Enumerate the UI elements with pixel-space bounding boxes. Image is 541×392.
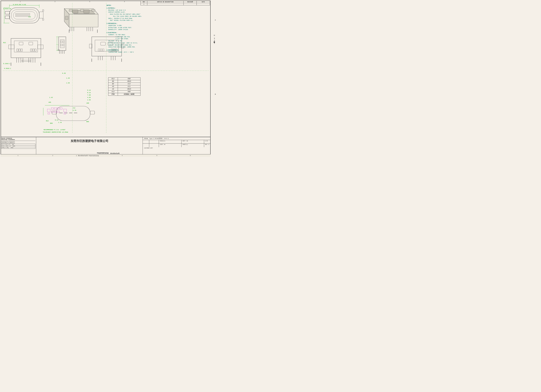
pin-table: B12GND B9VBUS B5CC2 A5CC1 A9VBUS A12GND …	[108, 77, 140, 96]
svg-rect-82	[54, 108, 57, 109]
pcb-dim-021: 0.21	[55, 119, 58, 121]
svg-rect-44	[80, 9, 84, 11]
svg-rect-87	[57, 111, 59, 113]
company-section: 东莞市巨胜塑胶电子有限公司	[36, 137, 143, 156]
col-1-top: 1	[3, 1, 38, 3]
col-3-top: 3	[72, 1, 107, 3]
svg-rect-23	[30, 49, 32, 51]
bottom-chinese-text: 甲勘碍管冢强具磁	[97, 152, 109, 154]
pcb-label-a09: A09	[86, 102, 89, 104]
pcb-dim-070: 0.70	[73, 110, 76, 111]
dim-030: 0.30	[62, 73, 66, 74]
note-3: 3.ELECTRICAL: CURRENT: 5A FOR VBUS; 1.25…	[107, 32, 200, 48]
svg-rect-59	[60, 40, 64, 48]
svg-rect-48	[65, 16, 68, 20]
col-2-bot: 2	[35, 155, 70, 157]
pcb-tolerance-text: TOLERANCE UNSPECIFIED ±0.05mm	[43, 132, 68, 133]
notes-section: NOTES: 1.MATERIAL: MOLDING: LCP UL94 V-0…	[107, 5, 200, 53]
svg-rect-26	[19, 42, 23, 45]
tolerance-section: UNLESS OTHERWISE SPECIFIED TOLERANCES DE…	[1, 137, 36, 156]
svg-rect-4	[16, 15, 30, 16]
col-6-bot: 6	[174, 155, 206, 157]
pcb-dim-466: 4.66	[87, 97, 91, 98]
svg-rect-85	[51, 111, 54, 113]
pcb-dim-814: 8.14	[87, 92, 91, 94]
pcb-label-b09: B09	[50, 122, 53, 124]
tol-row3: XXX ±.30 APVD	[1, 147, 35, 149]
svg-rect-99	[100, 49, 102, 51]
svg-rect-27	[29, 42, 33, 45]
svg-rect-98	[98, 49, 100, 51]
dim-height: 2.56±0.04	[3, 8, 11, 10]
row-b-marker: B	[215, 94, 216, 95]
svg-rect-58	[59, 37, 66, 51]
svg-rect-21	[19, 49, 20, 51]
title-row: TITLE Type-C 6P180度母座 （H=6.5）	[143, 137, 211, 140]
note-2: 2.MECHANICAL: INSERTION: 5~20N. EXTRACTI…	[107, 23, 200, 31]
company-name: 东莞市巨胜塑胶电子有限公司	[37, 139, 142, 143]
pcb-dim-143: 1.43	[49, 97, 53, 98]
info-row-1: SCALE(1) UNIT: mm ⚙ E3	[143, 140, 211, 143]
tol-row1: X ±.15 ±.5° 3xH	[1, 144, 35, 146]
label-b12: B12	[3, 42, 6, 44]
svg-rect-62	[61, 44, 62, 46]
svg-rect-88	[47, 109, 50, 112]
label-a12-top: A12	[28, 16, 31, 18]
pcb-dim-156: 1.56	[87, 99, 91, 101]
svg-marker-41	[69, 14, 98, 27]
col-4-top: 4	[107, 1, 142, 3]
svg-rect-20	[17, 49, 18, 51]
svg-rect-61	[62, 41, 64, 43]
customer-copy: CUSTOMER COPY	[143, 147, 211, 149]
svg-rect-24	[32, 49, 34, 51]
svg-rect-25	[35, 49, 36, 51]
svg-rect-5	[39, 12, 43, 18]
svg-rect-91	[64, 113, 66, 114]
svg-rect-80	[90, 111, 95, 114]
svg-rect-18	[9, 45, 14, 49]
svg-rect-47	[84, 10, 89, 13]
col-3-bot: 3 Autodesk 甲勘碍管冢强具磁	[70, 155, 105, 157]
pcb-label-a12: A12	[73, 107, 75, 109]
dim-width: 8.34+0.06/-0.02	[13, 4, 26, 5]
pcb-dim-170: 1.70	[58, 122, 62, 123]
svg-rect-89	[64, 109, 67, 112]
svg-rect-16	[11, 38, 41, 58]
col-1-bot: 1	[1, 155, 35, 157]
info-row-2: SIZE: A4 SHEET(1) REV: A	[143, 143, 211, 147]
svg-rect-8	[42, 10, 44, 11]
svg-rect-3	[16, 14, 30, 15]
note-1: 1.MATERIAL: MOLDING: LCP UL94 V-0 CONTAC…	[107, 7, 200, 22]
tol-row2: XX ±.20 ±.4° DATE	[1, 146, 35, 147]
svg-rect-22	[21, 49, 22, 51]
svg-rect-9	[42, 19, 44, 20]
col-5-bot: 5	[140, 155, 174, 157]
pcb-label-a05: A05	[48, 102, 51, 103]
pcb-label-b05: B05	[86, 121, 89, 122]
autodesk-logo: Autodesk	[110, 152, 120, 154]
pcb-dim-708: 7.08	[87, 94, 91, 96]
svg-rect-100	[102, 49, 104, 51]
bottom-autodesk-area: 甲勘碍管冢强具磁 Autodesk	[97, 152, 120, 154]
svg-rect-19	[38, 45, 43, 49]
svg-rect-45	[92, 9, 95, 11]
svg-rect-6	[5, 11, 10, 14]
pcb-label-b12: B12	[46, 120, 49, 122]
svg-rect-81	[51, 108, 54, 109]
col-2-top: 2	[38, 1, 72, 3]
svg-rect-63	[62, 44, 64, 46]
svg-rect-43	[69, 9, 72, 11]
svg-rect-90	[48, 113, 50, 114]
right-side-text: 作制品产版佰有ksedd uA 田	[214, 8, 215, 73]
pcb-layout-text: RECOMMENDED P.C.B. LAYOUT	[44, 129, 65, 131]
dim-120: 1.20	[66, 77, 70, 79]
col-4-bot: 4	[105, 155, 140, 157]
pcb-dim-914: 9.14	[87, 90, 91, 91]
unless-label: UNLESS OTHERWISE SPECIFIED TOLERANCES	[1, 138, 35, 141]
dim-width2: 6.50±0.1	[4, 68, 11, 69]
svg-rect-46	[72, 10, 78, 13]
svg-rect-60	[61, 41, 62, 43]
tol-headers: DECIMALS ANGLES	[1, 142, 35, 143]
svg-rect-96	[101, 42, 105, 45]
dim-158: 1.58	[66, 82, 70, 84]
